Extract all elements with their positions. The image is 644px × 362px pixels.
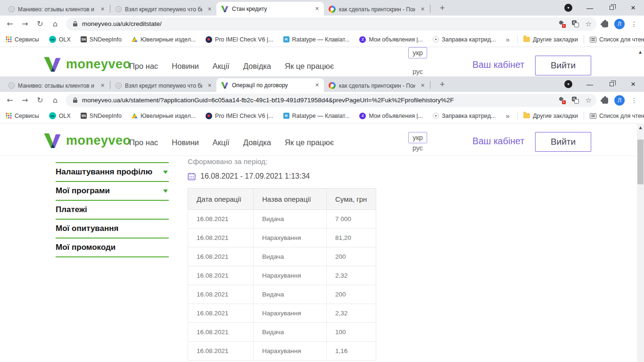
reload-button[interactable]: ↻ <box>33 17 47 31</box>
logout-button[interactable]: Вийти <box>535 56 591 75</box>
moneyveo-logo[interactable]: moneyveo <box>43 57 131 72</box>
address-bar[interactable]: moneyveo.ua/uk/creditstate/ ☆ <box>66 17 596 31</box>
translate-icon[interactable] <box>572 97 579 104</box>
tab-manyveo-reviews[interactable]: Манивео: отзывы клиентов и у × <box>4 3 109 16</box>
home-button[interactable]: ⌂ <box>48 17 62 31</box>
back-button[interactable]: ← <box>3 94 17 107</box>
nav-how-it-works[interactable]: Як це працює <box>285 62 334 71</box>
bookmark-imei-check[interactable]: Pro IMEI Check V6 |... <box>206 36 273 43</box>
restore-button[interactable] <box>601 0 622 16</box>
close-tab-icon[interactable]: × <box>206 5 214 13</box>
close-tab-icon[interactable]: × <box>99 82 107 90</box>
location-blocked-icon[interactable] <box>558 20 565 28</box>
close-tab-icon[interactable]: × <box>99 5 107 13</box>
nav-news[interactable]: Новини <box>172 138 198 147</box>
tab-statement-active[interactable]: Операції по договору × <box>216 78 324 92</box>
reading-list-button[interactable]: Список для чтения <box>590 36 644 43</box>
tab-google-search[interactable]: как сделать принтскрин - Пои × <box>324 79 429 92</box>
address-bar[interactable]: moneyveo.ua/uk/statement/?applicationGui… <box>66 94 596 107</box>
lang-ukr-button[interactable]: укр <box>408 132 427 143</box>
tab-manyveo-reviews[interactable]: Манивео: отзывы клиентов и у × <box>4 79 109 92</box>
bookmark-star-icon[interactable]: ☆ <box>586 96 592 105</box>
extensions-icon[interactable] <box>602 21 608 27</box>
new-tab-button[interactable]: + <box>437 79 448 90</box>
nav-how-it-works[interactable]: Як це працює <box>285 138 334 147</box>
other-bookmarks-button[interactable]: Другие закладки <box>523 113 578 119</box>
tab-search-icon[interactable]: ▾ <box>564 80 572 88</box>
reading-list-button[interactable]: Список для чтения <box>590 113 644 119</box>
translate-icon[interactable] <box>572 20 579 27</box>
other-bookmarks-button[interactable]: Другие закладки <box>523 36 578 43</box>
bookmark-ratatype[interactable]: R Ratatype — Клавіат... <box>283 36 350 43</box>
restore-button[interactable] <box>601 76 622 92</box>
scrollbar-thumb[interactable] <box>637 140 644 184</box>
chrome-menu-icon[interactable]: ⋮ <box>631 20 637 28</box>
nav-news[interactable]: Новини <box>172 62 198 71</box>
tab-search-icon[interactable]: ▾ <box>564 4 572 12</box>
bookmark-services[interactable]: Сервисы <box>6 36 39 43</box>
bookmark-jewelry[interactable]: Ювелирные издел... <box>132 36 196 43</box>
chrome-menu-icon[interactable]: ⋮ <box>631 97 637 104</box>
close-window-button[interactable]: × <box>622 76 644 92</box>
close-tab-icon[interactable]: × <box>419 82 427 90</box>
bookmark-jewelry[interactable]: Ювелирные издел... <box>132 113 196 119</box>
bookmark-services[interactable]: Сервисы <box>6 113 39 119</box>
nav-about[interactable]: Про нас <box>129 62 158 71</box>
bookmark-imei-check[interactable]: Pro IMEI Check V6 |... <box>206 113 273 119</box>
close-window-button[interactable]: × <box>622 0 644 16</box>
outer-scrollbar-up-arrow[interactable]: ▲ <box>637 49 644 56</box>
moneyveo-logo[interactable]: moneyveo <box>43 133 131 148</box>
nav-about[interactable]: Про нас <box>129 138 158 147</box>
extensions-icon[interactable] <box>602 98 608 104</box>
tab-credit-forum[interactable]: Взял кредит moneyweo что бы × <box>111 3 216 16</box>
sidebar-item-my-programs[interactable]: Мої програми <box>56 182 169 201</box>
back-button[interactable]: ← <box>3 17 17 31</box>
bookmark-cartridge[interactable]: Заправка картрид... <box>433 113 496 119</box>
nav-promos[interactable]: Акції <box>213 62 230 71</box>
close-tab-icon[interactable]: × <box>206 82 214 90</box>
account-link[interactable]: Ваш кабінет <box>472 136 524 147</box>
bookmark-olx[interactable]: olx OLX <box>49 36 71 43</box>
lang-rus-button[interactable]: рус <box>408 68 427 75</box>
bookmarks-overflow-icon[interactable]: » <box>506 35 510 43</box>
close-tab-icon[interactable]: × <box>313 5 321 13</box>
close-tab-icon[interactable]: × <box>313 81 321 89</box>
logout-button[interactable]: Вийти <box>535 132 591 152</box>
close-tab-icon[interactable]: × <box>419 5 427 13</box>
bookmark-my-ads[interactable]: Z Мои объявления |... <box>359 36 423 43</box>
new-tab-button[interactable]: + <box>437 3 448 13</box>
bookmark-ratatype[interactable]: R Ratatype — Клавіат... <box>283 113 350 119</box>
bookmark-sndeepinfo[interactable]: SN SNDeepInfo <box>81 113 122 119</box>
scrollbar-up-arrow[interactable]: ▲ <box>637 124 644 131</box>
forward-button[interactable]: → <box>18 17 32 31</box>
tab-credit-forum[interactable]: Взял кредит moneyweo что бы × <box>111 79 216 92</box>
bookmark-cartridge[interactable]: Заправка картрид... <box>433 36 496 43</box>
nav-promos[interactable]: Акції <box>213 138 230 147</box>
lang-rus-button[interactable]: рус <box>408 144 427 152</box>
lang-ukr-button[interactable]: укр <box>408 47 427 58</box>
inner-scrollbar[interactable]: ▲ <box>637 124 644 362</box>
sidebar-item-payments[interactable]: Платежі <box>56 201 169 220</box>
reload-button[interactable]: ↻ <box>33 94 47 107</box>
bookmarks-overflow-icon[interactable]: » <box>506 112 510 120</box>
sidebar-item-profile-settings[interactable]: Налаштування профілю <box>56 163 169 182</box>
sidebar-item-my-promocodes[interactable]: Мої промокоди <box>56 239 169 257</box>
sidebar-item-my-surveys[interactable]: Мої опитування <box>56 220 169 239</box>
bookmark-star-icon[interactable]: ☆ <box>586 20 592 28</box>
minimize-button[interactable]: — <box>579 0 601 16</box>
nav-help[interactable]: Довідка <box>243 62 271 71</box>
profile-avatar[interactable]: Л <box>614 95 625 106</box>
minimize-button[interactable]: — <box>579 76 601 92</box>
bookmark-olx[interactable]: olx OLX <box>49 112 71 119</box>
home-button[interactable]: ⌂ <box>48 94 62 107</box>
bookmark-sndeepinfo[interactable]: SN SNDeepInfo <box>81 36 122 43</box>
calendar-icon[interactable] <box>188 173 196 181</box>
profile-avatar[interactable]: Л <box>614 19 625 29</box>
tab-credit-state-active[interactable]: Стан кредиту × <box>216 2 324 16</box>
location-blocked-icon[interactable] <box>558 97 565 104</box>
tab-google-search[interactable]: как сделать принтскрин - Пои × <box>324 3 429 16</box>
bookmark-my-ads[interactable]: Z Мои объявления |... <box>359 113 423 119</box>
account-link[interactable]: Ваш кабінет <box>472 59 524 70</box>
nav-help[interactable]: Довідка <box>243 138 271 147</box>
forward-button[interactable]: → <box>18 94 32 107</box>
